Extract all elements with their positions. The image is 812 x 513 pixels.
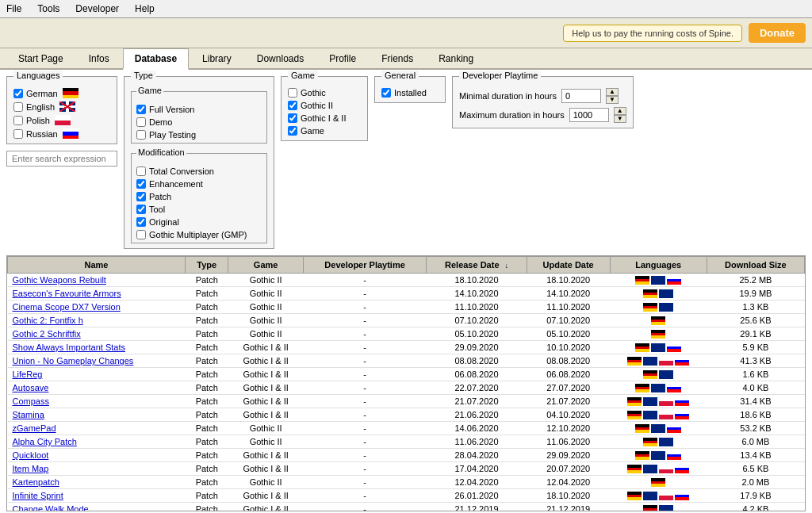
lang-polish[interactable]: Polish — [13, 115, 110, 125]
type-original[interactable]: Original — [136, 217, 262, 227]
table-row[interactable]: zGamePad Patch Gothic II - 14.06.2020 12… — [8, 422, 805, 435]
playtesting-checkbox[interactable] — [136, 130, 146, 140]
menu-tools[interactable]: Tools — [34, 2, 63, 16]
game-gothic[interactable]: Gothic — [288, 88, 361, 98]
table-row[interactable]: Item Map Patch Gothic I & II - 17.04.202… — [8, 462, 805, 476]
installed-checkbox[interactable] — [381, 88, 391, 98]
table-row[interactable]: Show Always Important Stats Patch Gothic… — [8, 341, 805, 354]
tab-profile[interactable]: Profile — [317, 48, 368, 68]
name-link[interactable]: Item Map — [13, 464, 49, 473]
name-link[interactable]: Union - No Gameplay Changes — [13, 356, 134, 366]
search-input[interactable] — [6, 151, 117, 167]
name-link[interactable]: Kartenpatch — [13, 477, 59, 487]
lang-polish-checkbox[interactable] — [13, 116, 23, 125]
lang-german[interactable]: German — [13, 88, 110, 98]
table-row[interactable]: Infinite Sprint Patch Gothic I & II - 26… — [8, 489, 805, 503]
type-totalconversion[interactable]: Total Conversion — [136, 167, 262, 176]
col-type[interactable]: Type — [185, 257, 228, 274]
col-update-date[interactable]: Update Date — [527, 257, 610, 274]
type-enhancement[interactable]: Enhancement — [136, 179, 262, 189]
menu-help[interactable]: Help — [132, 2, 158, 16]
name-link[interactable]: zGamePad — [13, 423, 56, 433]
col-download-size[interactable]: Download Size — [707, 257, 804, 274]
name-link[interactable]: Infinite Sprint — [13, 491, 63, 500]
lang-english-checkbox[interactable] — [13, 102, 23, 112]
name-link[interactable]: Change Walk Mode — [13, 504, 89, 511]
menu-developer[interactable]: Developer — [72, 2, 122, 16]
tab-ranking[interactable]: Ranking — [427, 48, 485, 68]
type-patch[interactable]: Patch — [136, 192, 262, 201]
type-gmp[interactable]: Gothic Multiplayer (GMP) — [136, 230, 262, 239]
lang-russian-checkbox[interactable] — [13, 129, 23, 139]
fullversion-checkbox[interactable] — [136, 105, 146, 114]
game-game[interactable]: Game — [288, 126, 361, 136]
name-link[interactable]: Quickloot — [13, 450, 49, 460]
min-spin-down[interactable]: ▼ — [606, 96, 619, 104]
demo-checkbox[interactable] — [136, 117, 146, 127]
game-gothic-checkbox[interactable] — [288, 88, 297, 98]
type-fullversion[interactable]: Full Version — [136, 105, 262, 114]
totalconversion-checkbox[interactable] — [136, 167, 146, 176]
name-link[interactable]: Gothic Weapons Rebuilt — [13, 275, 106, 285]
col-dev-playtime[interactable]: Developer Playtime — [303, 257, 427, 274]
max-spin-down[interactable]: ▼ — [614, 115, 626, 123]
type-playtesting[interactable]: Play Testing — [136, 130, 262, 140]
col-languages[interactable]: Languages — [610, 257, 707, 274]
lang-russian[interactable]: Russian — [13, 128, 110, 139]
lang-german-checkbox[interactable] — [13, 89, 23, 98]
type-tool[interactable]: Tool — [136, 205, 262, 214]
name-link[interactable]: Show Always Important Stats — [13, 343, 125, 352]
name-link[interactable]: Autosave — [13, 383, 49, 392]
tab-downloads[interactable]: Downloads — [245, 48, 316, 68]
tab-start-page[interactable]: Start Page — [6, 48, 75, 68]
tab-infos[interactable]: Infos — [77, 48, 121, 68]
col-game[interactable]: Game — [228, 257, 303, 274]
max-playtime-input[interactable] — [569, 108, 609, 122]
game-gothic1and2-checkbox[interactable] — [288, 113, 297, 123]
enhancement-checkbox[interactable] — [136, 179, 146, 189]
name-link[interactable]: LifeReg — [13, 369, 43, 379]
col-name[interactable]: Name — [8, 257, 186, 274]
patch-checkbox[interactable] — [136, 192, 146, 201]
donate-button[interactable]: Donate — [749, 23, 806, 43]
name-link[interactable]: Easecon's Favourite Armors — [13, 289, 121, 298]
table-row[interactable]: Compass Patch Gothic I & II - 21.07.2020… — [8, 395, 805, 408]
name-link[interactable]: Gothic 2 Schriftfix — [13, 329, 81, 339]
table-row[interactable]: LifeReg Patch Gothic I & II - 06.08.2020… — [8, 368, 805, 381]
tab-database[interactable]: Database — [123, 48, 189, 70]
table-container[interactable]: Name Type Game Developer Playtime Releas… — [6, 255, 806, 511]
name-link[interactable]: Gothic 2: Fontfix h — [13, 316, 83, 325]
name-link[interactable]: Cinema Scope DX7 Version — [13, 302, 121, 312]
table-row[interactable]: Kartenpatch Patch Gothic II - 12.04.2020… — [8, 476, 805, 489]
tab-friends[interactable]: Friends — [370, 48, 425, 68]
name-link[interactable]: Compass — [13, 396, 49, 406]
table-row[interactable]: Alpha City Patch Patch Gothic II - 11.06… — [8, 435, 805, 449]
original-checkbox[interactable] — [136, 217, 146, 227]
table-row[interactable]: Gothic Weapons Rebuilt Patch Gothic II -… — [8, 274, 805, 287]
menu-file[interactable]: File — [3, 2, 25, 16]
table-row[interactable]: Easecon's Favourite Armors Patch Gothic … — [8, 287, 805, 301]
table-row[interactable]: Gothic 2 Schriftfix Patch Gothic II - 05… — [8, 327, 805, 341]
min-playtime-input[interactable] — [561, 89, 601, 103]
lang-english[interactable]: English — [13, 101, 110, 112]
name-link[interactable]: Alpha City Patch — [13, 437, 77, 446]
game-gothic2-checkbox[interactable] — [288, 101, 297, 110]
gmp-checkbox[interactable] — [136, 230, 146, 239]
table-row[interactable]: Change Walk Mode Patch Gothic I & II - 2… — [8, 503, 805, 512]
table-row[interactable]: Autosave Patch Gothic I & II - 22.07.202… — [8, 381, 805, 395]
table-row[interactable]: Union - No Gameplay Changes Patch Gothic… — [8, 354, 805, 368]
game-game-checkbox[interactable] — [288, 126, 297, 136]
col-release-date[interactable]: Release Date ↓ — [427, 257, 527, 274]
game-gothic1and2[interactable]: Gothic I & II — [288, 113, 361, 123]
general-installed[interactable]: Installed — [381, 88, 439, 98]
game-gothic2[interactable]: Gothic II — [288, 101, 361, 110]
tool-checkbox[interactable] — [136, 205, 146, 214]
tab-library[interactable]: Library — [190, 48, 243, 68]
max-spin-up[interactable]: ▲ — [614, 107, 626, 115]
type-demo[interactable]: Demo — [136, 117, 262, 127]
table-row[interactable]: Quickloot Patch Gothic I & II - 28.04.20… — [8, 449, 805, 462]
table-row[interactable]: Gothic 2: Fontfix h Patch Gothic II - 07… — [8, 314, 805, 327]
table-row[interactable]: Stamina Patch Gothic I & II - 21.06.2020… — [8, 408, 805, 422]
min-spin-up[interactable]: ▲ — [606, 88, 619, 96]
name-link[interactable]: Stamina — [13, 410, 44, 419]
